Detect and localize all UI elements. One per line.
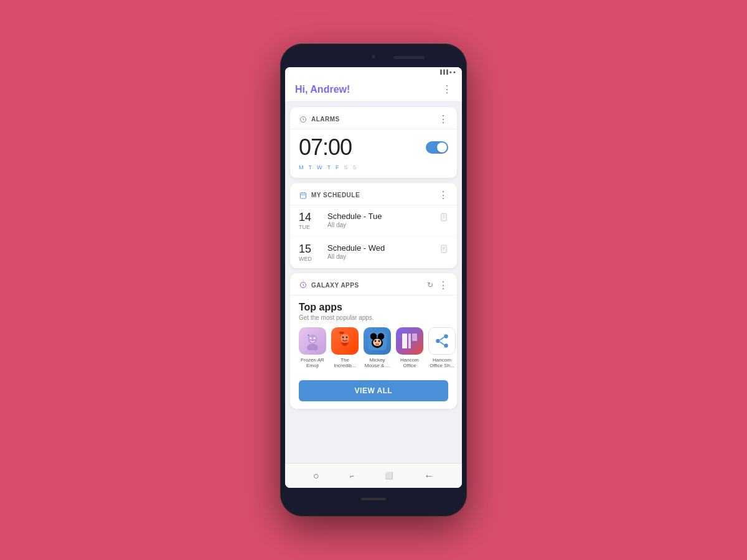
alarm-widget-title: ALARMS bbox=[311, 116, 340, 123]
hancom-icon-graphic bbox=[396, 327, 423, 355]
schedule-subtitle-2: All day bbox=[327, 253, 439, 260]
schedule-day-num-1: 14 bbox=[299, 212, 321, 224]
day-S1: S bbox=[344, 164, 348, 170]
alarm-header-left: ALARMS bbox=[299, 115, 340, 124]
phone-speaker bbox=[393, 56, 425, 59]
incredibles-app-icon bbox=[331, 327, 359, 355]
phone-device: ▐▐▐ ● ● Hi, Andrew! ⋮ ALARMS bbox=[280, 44, 467, 516]
front-camera bbox=[372, 55, 375, 58]
galaxy-apps-widget: GALAXY APPS ↻ ⋮ Top apps Get the most po… bbox=[290, 273, 457, 409]
app-item-incredibles[interactable]: TheIncredib... bbox=[331, 327, 359, 369]
share-icon-graphic bbox=[429, 328, 455, 354]
back-nav-icon[interactable]: ← bbox=[424, 470, 434, 482]
schedule-subtitle-1: All day bbox=[327, 222, 439, 228]
svg-rect-23 bbox=[408, 334, 411, 348]
svg-rect-22 bbox=[402, 334, 407, 348]
app-item-frozen[interactable]: ✦ Frozen AREmoji bbox=[299, 327, 326, 369]
svg-rect-13 bbox=[339, 332, 344, 334]
svg-line-28 bbox=[440, 337, 444, 340]
svg-line-29 bbox=[440, 342, 444, 344]
view-all-button[interactable]: VIEW ALL bbox=[299, 380, 448, 401]
day-T1: T bbox=[309, 164, 312, 170]
square-nav-icon[interactable]: ⬜ bbox=[385, 472, 393, 480]
svg-point-6 bbox=[307, 343, 318, 350]
schedule-widget-header: MY SCHEDULE ⋮ bbox=[290, 183, 457, 205]
alarm-widget: ALARMS ⋮ 07:00 M T W T F S S bbox=[290, 107, 457, 178]
app-item-hancom-share[interactable]: HancomOffice Sh... bbox=[428, 327, 456, 369]
svg-point-11 bbox=[342, 336, 344, 338]
svg-point-7 bbox=[310, 337, 312, 339]
frozen-app-label: Frozen AREmoji bbox=[301, 357, 324, 369]
schedule-title-1: Schedule - Tue bbox=[327, 212, 439, 221]
svg-rect-1 bbox=[301, 193, 306, 198]
phone-top-bar bbox=[285, 50, 462, 67]
svg-point-26 bbox=[436, 338, 440, 343]
alarm-days-row: M T W T F S S bbox=[290, 163, 457, 178]
top-apps-subheading: Get the most popular apps. bbox=[299, 314, 448, 321]
alarm-time-row: 07:00 bbox=[290, 129, 457, 163]
schedule-day-name-1: TUE bbox=[299, 224, 321, 230]
hancom-share-app-label: HancomOffice Sh... bbox=[430, 357, 454, 369]
svg-rect-2 bbox=[441, 213, 446, 221]
hancom-app-icon bbox=[396, 327, 423, 355]
phone-bottom-bar bbox=[285, 488, 462, 510]
svg-point-20 bbox=[378, 340, 380, 342]
recent-nav-icon[interactable]: ⌐ bbox=[350, 472, 354, 480]
schedule-doc-icon-1 bbox=[439, 212, 448, 223]
alarm-widget-header: ALARMS ⋮ bbox=[290, 107, 457, 129]
screen-header: Hi, Andrew! ⋮ bbox=[285, 76, 462, 102]
toggle-knob bbox=[437, 142, 447, 152]
galaxy-apps-content: Top apps Get the most popular apps. bbox=[290, 296, 457, 375]
svg-point-19 bbox=[375, 340, 377, 342]
schedule-date-col-1: 14 TUE bbox=[299, 212, 321, 230]
galaxy-header-left: GALAXY APPS bbox=[299, 281, 359, 289]
schedule-info-1: Schedule - Tue All day bbox=[321, 212, 439, 228]
galaxy-menu-button[interactable]: ⋮ bbox=[438, 279, 448, 291]
app-item-mickey[interactable]: MickeyMouse & ... bbox=[364, 327, 391, 369]
schedule-widget-title: MY SCHEDULE bbox=[311, 192, 360, 198]
schedule-header-left: MY SCHEDULE bbox=[299, 191, 360, 200]
greeting-text: Hi, Andrew! bbox=[295, 84, 350, 95]
schedule-title-2: Schedule - Wed bbox=[327, 243, 439, 253]
svg-point-25 bbox=[444, 334, 448, 338]
svg-point-27 bbox=[444, 343, 448, 348]
hancom-app-label: HancomOffice bbox=[400, 357, 419, 369]
schedule-item-2[interactable]: 15 WED Schedule - Wed All day bbox=[290, 237, 457, 268]
incredibles-app-label: TheIncredib... bbox=[334, 357, 355, 369]
svg-text:✦: ✦ bbox=[307, 333, 310, 337]
apps-row: ✦ Frozen AREmoji bbox=[299, 327, 448, 369]
day-W: W bbox=[317, 164, 322, 170]
mickey-app-label: MickeyMouse & ... bbox=[365, 357, 390, 369]
day-S2: S bbox=[353, 164, 357, 170]
day-T2: T bbox=[327, 164, 331, 170]
phone-screen: ▐▐▐ ● ● Hi, Andrew! ⋮ ALARMS bbox=[285, 67, 462, 488]
day-F: F bbox=[336, 164, 339, 170]
hancom-share-app-icon bbox=[428, 327, 456, 355]
alarm-toggle[interactable] bbox=[426, 141, 448, 154]
schedule-day-name-2: WED bbox=[299, 256, 321, 262]
alarm-time-display: 07:00 bbox=[299, 134, 352, 161]
alarm-menu-button[interactable]: ⋮ bbox=[438, 113, 448, 125]
svg-rect-24 bbox=[412, 334, 417, 341]
svg-point-12 bbox=[346, 336, 348, 338]
app-item-hancom[interactable]: HancomOffice bbox=[396, 327, 423, 369]
svg-point-21 bbox=[375, 343, 379, 345]
header-menu-button[interactable]: ⋮ bbox=[442, 83, 452, 95]
schedule-widget-icon bbox=[299, 191, 308, 200]
galaxy-refresh-icon[interactable]: ↻ bbox=[427, 281, 433, 289]
galaxy-apps-icon bbox=[299, 281, 308, 289]
home-nav-icon[interactable]: ○ bbox=[313, 470, 319, 482]
schedule-menu-button[interactable]: ⋮ bbox=[438, 189, 448, 201]
svg-point-8 bbox=[314, 337, 316, 339]
frozen-app-icon: ✦ bbox=[299, 327, 326, 355]
schedule-item-1[interactable]: 14 TUE Schedule - Tue All day bbox=[290, 205, 457, 237]
schedule-widget: MY SCHEDULE ⋮ 14 TUE Schedule - Tue All … bbox=[290, 183, 457, 268]
schedule-info-2: Schedule - Wed All day bbox=[321, 243, 439, 260]
day-M: M bbox=[299, 164, 304, 170]
bottom-navigation: ○ ⌐ ⬜ ← bbox=[285, 463, 462, 488]
screen-content: ALARMS ⋮ 07:00 M T W T F S S bbox=[285, 102, 462, 463]
home-indicator bbox=[361, 498, 386, 500]
schedule-doc-icon-2 bbox=[439, 243, 448, 255]
top-apps-heading: Top apps bbox=[299, 302, 448, 313]
schedule-date-col-2: 15 WED bbox=[299, 243, 321, 262]
